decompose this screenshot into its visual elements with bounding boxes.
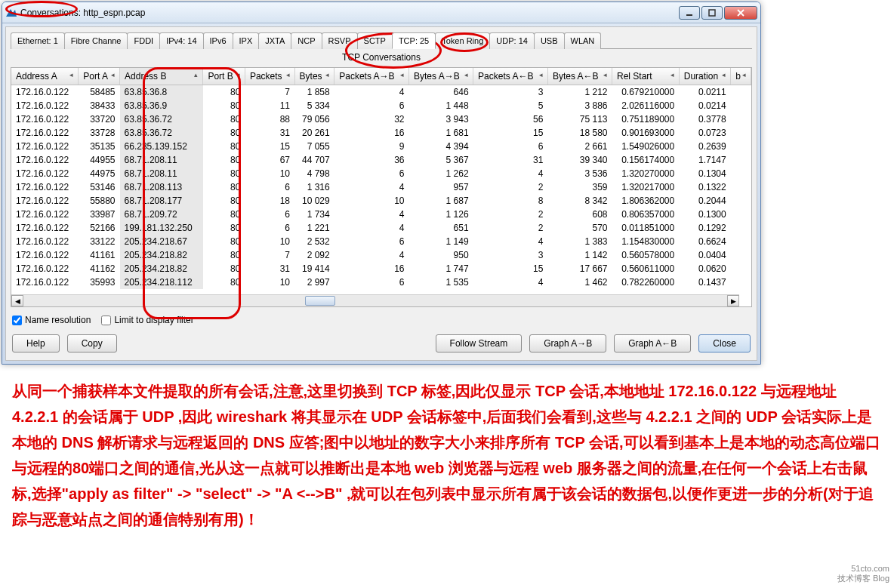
table-row[interactable]: 172.16.0.1225314668.71.208.1138061 31649… [11,180,751,194]
col-packets[interactable]: Packets◂ [245,68,294,85]
tab-ncp[interactable]: NCP [291,32,322,49]
horizontal-scrollbar[interactable]: ◀ ▶ [11,294,739,306]
col-b[interactable]: b◂ [731,68,751,85]
close-button[interactable]: Close [698,334,751,352]
svg-rect-0 [686,14,692,16]
tab-token-ring[interactable]: Token Ring [435,32,490,49]
col-bytes-a-b[interactable]: Bytes A→B◂ [409,68,473,85]
table-row[interactable]: 172.16.0.1223398768.71.209.728061 73441 … [11,208,751,221]
tab-udp-14[interactable]: UDP: 14 [489,32,535,49]
table-row[interactable]: 172.16.0.1223372863.85.36.72803120 26116… [11,126,751,140]
table-row[interactable]: 172.16.0.1224495568.71.208.11806744 7073… [11,153,751,167]
window-body: Ethernet: 1Fibre ChanneFDDIIPv4: 14IPv6I… [5,26,757,361]
tab-rsvp[interactable]: RSVP [322,32,358,49]
tab-fddi[interactable]: FDDI [127,32,160,49]
scroll-right-button[interactable]: ▶ [727,295,739,306]
scroll-left-button[interactable]: ◀ [11,295,23,306]
col-rel-start[interactable]: Rel Start◂ [612,68,679,85]
col-port-a[interactable]: Port A◂ [79,68,120,85]
app-icon [5,7,17,19]
tab-wlan[interactable]: WLAN [564,32,602,49]
table-row[interactable]: 172.16.0.12241162205.234.218.82803119 41… [11,262,751,276]
scroll-thumb[interactable] [305,296,335,306]
graph-ab-button[interactable]: Graph A→B [529,334,606,352]
graph-ba-button[interactable]: Graph A←B [614,334,691,352]
window-title: Conversations: http_espn.pcap [20,8,679,18]
table-row[interactable]: 172.16.0.1225588068.71.208.177801810 029… [11,194,751,208]
table-row[interactable]: 172.16.0.12233122205.234.218.6780102 532… [11,235,751,248]
table-row[interactable]: 172.16.0.1223843363.85.36.980115 33461 4… [11,99,751,112]
maximize-button[interactable] [701,6,723,20]
minimize-button[interactable] [679,6,700,20]
help-button[interactable]: Help [12,334,60,352]
scroll-track[interactable] [23,295,727,306]
close-window-button[interactable] [724,6,757,20]
col-address-a[interactable]: Address A◂ [11,68,79,85]
name-resolution-checkbox[interactable]: Name resolution [12,315,91,325]
name-resolution-input[interactable] [12,316,22,325]
table-header-row: Address A◂Port A◂Address B▴Port B◂Packet… [11,68,751,85]
panel-subtitle: TCP Conversations [11,52,752,63]
button-row: Help Copy Follow Stream Graph A→B Graph … [12,334,751,352]
copy-button[interactable]: Copy [67,334,117,352]
tab-ipv6[interactable]: IPv6 [203,32,233,49]
col-packets-a-b[interactable]: Packets A→B◂ [334,68,409,85]
limit-filter-input[interactable] [101,316,111,325]
col-packets-a-b[interactable]: Packets A←B◂ [473,68,548,85]
tab-usb[interactable]: USB [534,32,565,49]
commentary-text: 从同一个捕获样本文件提取的所有会话,注意,这里切换到 TCP 标签,因此仅显示 … [12,378,880,532]
tab-ethernet-1[interactable]: Ethernet: 1 [11,32,65,49]
protocol-tabs: Ethernet: 1Fibre ChanneFDDIIPv4: 14IPv6I… [11,32,752,49]
col-port-b[interactable]: Port B◂ [203,68,245,85]
svg-rect-1 [709,10,715,16]
options-row: Name resolution Limit to display filter [12,315,751,325]
tab-ipx[interactable]: IPX [233,32,260,49]
limit-filter-checkbox[interactable]: Limit to display filter [101,315,193,325]
title-bar[interactable]: Conversations: http_espn.pcap [2,2,760,23]
conversations-window: Conversations: http_espn.pcap Ethernet: … [2,2,761,365]
col-address-b[interactable]: Address B▴ [120,68,203,85]
table-row[interactable]: 172.16.0.12241161205.234.218.828072 0924… [11,248,751,262]
conversations-table-wrap: Address A◂Port A◂Address B▴Port B◂Packet… [11,67,752,307]
tab-ipv4-14[interactable]: IPv4: 14 [159,32,203,49]
table-row[interactable]: 172.16.0.1224497568.71.208.1180104 79861… [11,167,751,180]
tab-jxta[interactable]: JXTA [258,32,291,49]
table-row[interactable]: 172.16.0.1225848563.85.36.88071 85846463… [11,85,751,100]
table-row[interactable]: 172.16.0.12235993205.234.218.11280102 99… [11,276,751,289]
follow-stream-button[interactable]: Follow Stream [436,334,523,352]
col-duration[interactable]: Duration◂ [679,68,731,85]
conversations-table: Address A◂Port A◂Address B▴Port B◂Packet… [11,68,751,289]
tab-sctp[interactable]: SCTP [357,32,393,49]
table-row[interactable]: 172.16.0.1223372063.85.36.72808879 05632… [11,112,751,126]
col-bytes-a-b[interactable]: Bytes A←B◂ [547,68,612,85]
col-bytes[interactable]: Bytes◂ [294,68,334,85]
tab-tcp-25[interactable]: TCP: 25 [392,32,436,49]
tab-fibre-channe[interactable]: Fibre Channe [64,32,128,49]
table-row[interactable]: 172.16.0.12252166199.181.132.2508061 221… [11,221,751,235]
table-row[interactable]: 172.16.0.1223513566.235.139.15280157 055… [11,140,751,153]
